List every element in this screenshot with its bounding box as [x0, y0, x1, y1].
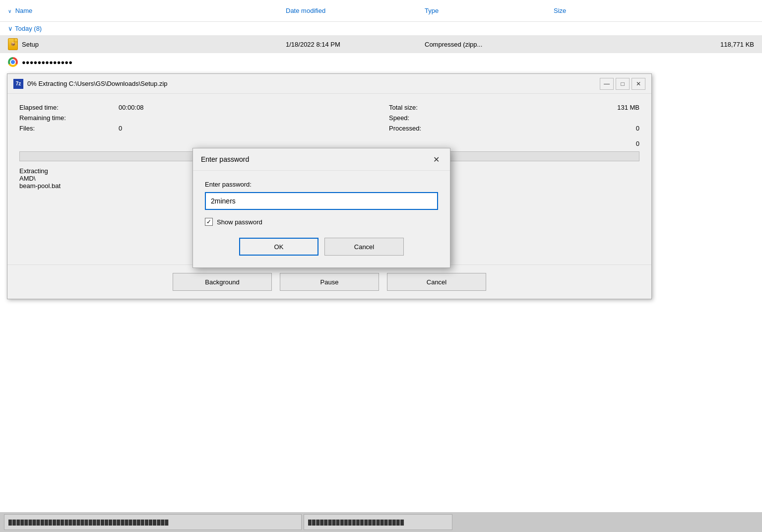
extra-value: 0 [19, 140, 639, 147]
file-size: 118,771 KB [554, 41, 754, 48]
dialog-close-button[interactable]: ✕ [430, 153, 442, 165]
files-label: Files: [19, 125, 119, 132]
header-name[interactable]: ∨ Name [8, 7, 286, 14]
header-type[interactable]: Type [425, 7, 554, 14]
file-row-setup[interactable]: 📦 Setup 1/18/2022 8:14 PM Compressed (zi… [0, 35, 762, 53]
show-password-checkbox[interactable]: ✓ [205, 218, 213, 226]
ok-button[interactable]: OK [239, 238, 318, 256]
today-group[interactable]: ∨ Today (8) [0, 22, 762, 35]
dialog-title: Enter password [201, 155, 249, 163]
password-input[interactable] [205, 192, 438, 210]
dialog-body: Enter password: ✓ Show password OK Cance… [193, 171, 450, 267]
processed-label: Processed: [379, 125, 439, 132]
total-size-value: 131 MB [600, 104, 639, 111]
stats-grid: Elapsed time: 00:00:08 Total size: 131 M… [19, 104, 639, 132]
pause-button[interactable]: Pause [280, 273, 379, 291]
minimize-button[interactable]: — [600, 78, 614, 90]
header-date[interactable]: Date modified [286, 7, 425, 14]
file-name-col-2: ●●●●●●●●●●●●● [8, 57, 286, 67]
window-controls: — □ ✕ [600, 78, 645, 90]
chrome-icon [8, 57, 18, 67]
taskbar-item-2[interactable]: ████████████████████████ [304, 514, 452, 530]
elapsed-label: Elapsed time: [19, 104, 119, 111]
total-size-label: Total size: [379, 104, 439, 111]
file-date: 1/18/2022 8:14 PM [286, 41, 425, 48]
extraction-title: 0% Extracting C:\Users\GS\Downloads\Setu… [27, 80, 596, 87]
taskbar-item-1[interactable]: ████████████████████████████████████████ [4, 514, 302, 530]
elapsed-value: 00:00:08 [119, 104, 218, 111]
explorer-header: ∨ Name Date modified Type Size [0, 0, 762, 22]
sevenzip-icon: 7z [13, 79, 23, 89]
speed-label: Speed: [379, 114, 439, 122]
file-row-second[interactable]: ●●●●●●●●●●●●● [0, 53, 762, 71]
extraction-titlebar: 7z 0% Extracting C:\Users\GS\Downloads\S… [7, 74, 651, 94]
close-button[interactable]: ✕ [632, 78, 645, 90]
password-label: Enter password: [205, 181, 438, 188]
cancel-button[interactable]: Cancel [387, 273, 486, 291]
sort-arrow-icon: ∨ [8, 8, 11, 14]
zip-file-icon: 📦 [8, 38, 18, 50]
file-name-col: 📦 Setup [8, 38, 286, 50]
file-name: Setup [22, 41, 39, 48]
password-dialog: Enter password ✕ Enter password: ✓ Show … [192, 148, 450, 268]
remaining-label: Remaining time: [19, 114, 119, 122]
chevron-down-icon: ∨ [8, 25, 13, 32]
taskbar: ████████████████████████████████████████… [0, 512, 762, 532]
dialog-titlebar: Enter password ✕ [193, 148, 450, 171]
files-value: 0 [119, 125, 218, 132]
cancel-dialog-button[interactable]: Cancel [324, 238, 404, 256]
checkmark-icon: ✓ [206, 218, 211, 225]
show-password-label[interactable]: Show password [217, 218, 262, 226]
file-type: Compressed (zipp... [425, 41, 554, 48]
processed-value: 0 [600, 125, 639, 132]
header-size[interactable]: Size [554, 7, 754, 14]
file-name-2: ●●●●●●●●●●●●● [22, 59, 72, 66]
taskbar-item-text-1: ████████████████████████████████████████ [8, 520, 169, 525]
show-password-row: ✓ Show password [205, 218, 438, 226]
maximize-button[interactable]: □ [616, 78, 630, 90]
background-button[interactable]: Background [173, 273, 272, 291]
taskbar-item-text-2: ████████████████████████ [308, 520, 404, 525]
dialog-buttons: OK Cancel [205, 238, 438, 256]
bottom-buttons: Background Pause Cancel [7, 265, 651, 299]
